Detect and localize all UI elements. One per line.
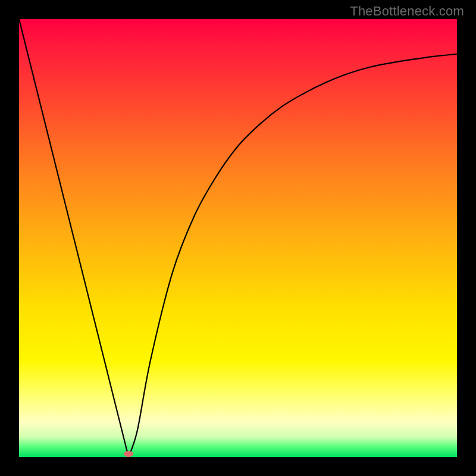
chart-frame: TheBottleneck.com bbox=[0, 0, 476, 476]
watermark-text: TheBottleneck.com bbox=[350, 4, 464, 19]
plot-svg bbox=[19, 19, 457, 457]
plot-area bbox=[19, 19, 457, 457]
optimum-marker bbox=[124, 451, 133, 457]
gradient-background bbox=[19, 19, 457, 457]
